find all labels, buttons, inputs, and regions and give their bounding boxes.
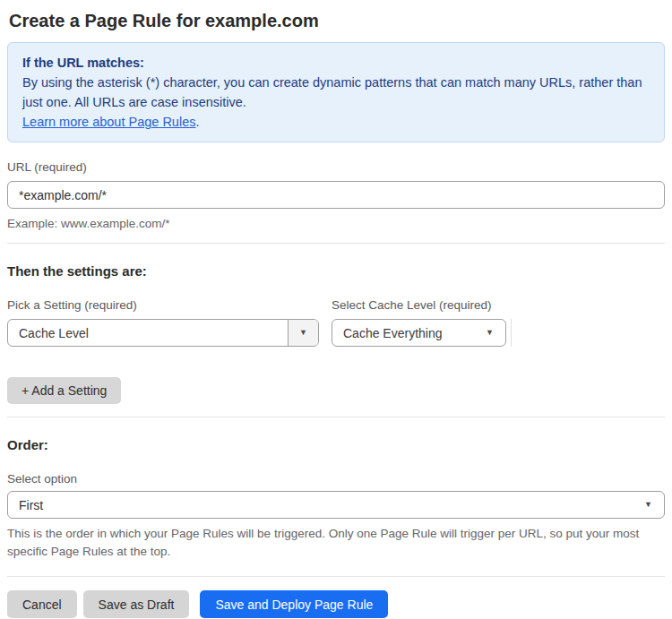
setting-picker-select[interactable]: Cache Level ▼ bbox=[7, 319, 319, 347]
section-divider bbox=[7, 417, 665, 417]
order-help-text: This is the order in which your Page Rul… bbox=[7, 525, 665, 561]
page-title: Create a Page Rule for example.com bbox=[7, 0, 665, 31]
create-page-rule-form: Create a Page Rule for example.com If th… bbox=[0, 0, 672, 618]
info-box-link-line: Learn more about Page Rules. bbox=[22, 112, 650, 132]
footer-divider bbox=[7, 576, 665, 577]
add-setting-button[interactable]: + Add a Setting bbox=[7, 377, 121, 404]
order-select[interactable]: First ▼ bbox=[7, 491, 665, 519]
cache-level-select[interactable]: Cache Everything ▼ bbox=[332, 319, 506, 347]
setting-picker-arrow-button[interactable]: ▼ bbox=[288, 320, 318, 346]
settings-row: Pick a Setting (required) Cache Level ▼ … bbox=[7, 299, 665, 347]
url-matches-info-box: If the URL matches: By using the asteris… bbox=[7, 42, 665, 142]
link-period: . bbox=[195, 115, 199, 129]
save-draft-button[interactable]: Save as Draft bbox=[83, 590, 190, 618]
setting-picker-group: Pick a Setting (required) Cache Level ▼ bbox=[7, 299, 319, 347]
setting-picker-value: Cache Level bbox=[8, 320, 288, 346]
learn-more-link[interactable]: Learn more about Page Rules bbox=[22, 115, 195, 129]
info-box-heading: If the URL matches: bbox=[22, 53, 650, 73]
cache-level-arrow: ▼ bbox=[486, 320, 505, 346]
cancel-button[interactable]: Cancel bbox=[7, 590, 77, 618]
field-divider bbox=[511, 319, 512, 347]
order-select-value: First bbox=[19, 498, 43, 512]
chevron-down-icon: ▼ bbox=[299, 329, 307, 337]
cache-level-value: Cache Everything bbox=[332, 320, 486, 346]
chevron-down-icon: ▼ bbox=[644, 501, 652, 509]
url-input[interactable] bbox=[7, 181, 665, 209]
order-select-label: Select option bbox=[7, 472, 665, 486]
url-example-text: Example: www.example.com/* bbox=[7, 216, 665, 231]
section-divider bbox=[7, 243, 665, 244]
settings-section-heading: Then the settings are: bbox=[7, 263, 665, 279]
info-box-body: By using the asterisk (*) character, you… bbox=[22, 73, 650, 112]
cache-level-picker-label: Select Cache Level (required) bbox=[332, 299, 506, 312]
order-section-heading: Order: bbox=[7, 437, 665, 452]
url-field-label: URL (required) bbox=[7, 160, 665, 174]
setting-picker-label: Pick a Setting (required) bbox=[7, 299, 319, 312]
cache-level-picker-group: Select Cache Level (required) Cache Ever… bbox=[332, 299, 506, 347]
chevron-down-icon: ▼ bbox=[486, 329, 494, 337]
info-box-body-text: By using the asterisk (*) character, you… bbox=[22, 75, 642, 109]
save-deploy-button[interactable]: Save and Deploy Page Rule bbox=[200, 590, 388, 618]
footer-actions: Cancel Save as Draft Save and Deploy Pag… bbox=[7, 590, 665, 618]
